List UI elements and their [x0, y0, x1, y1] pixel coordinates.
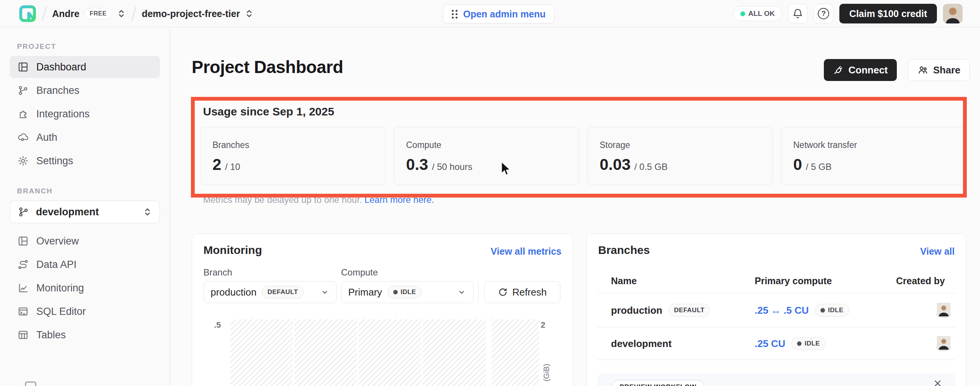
- branch-select-value: production: [211, 287, 256, 298]
- breadcrumb-separator: [131, 6, 137, 21]
- usage-card-value: 0.3: [406, 156, 428, 174]
- chevron-down-icon: [457, 288, 466, 297]
- sidebar-item-label: Overview: [36, 235, 79, 247]
- user-avatar[interactable]: [943, 4, 963, 24]
- table-row-production[interactable]: production DEFAULT .25 ↔ .5 CU IDLE: [597, 294, 955, 326]
- people-icon: [918, 65, 928, 75]
- help-button[interactable]: [814, 4, 833, 24]
- gear-icon: [18, 155, 29, 166]
- status-ok-dot: [740, 11, 745, 16]
- sidebar-item-auth[interactable]: Auth: [10, 126, 160, 148]
- right-axis-max: 2: [541, 320, 545, 330]
- branch-selector[interactable]: development: [10, 201, 160, 223]
- status-pill[interactable]: ALL OK: [733, 6, 782, 21]
- table-divider: [597, 327, 955, 327]
- branch-name: production: [611, 305, 662, 316]
- branches-title: Branches: [598, 244, 650, 257]
- sidebar-item-settings[interactable]: Settings: [10, 150, 160, 172]
- overview-icon: [18, 235, 29, 247]
- sidebar-item-partial-icon: [25, 381, 36, 386]
- sidebar-item-sql-editor[interactable]: SQL Editor: [10, 300, 160, 322]
- compute-size-link[interactable]: .25 ↔ .5 CU: [755, 305, 809, 316]
- sidebar-item-monitoring[interactable]: Monitoring: [10, 277, 160, 299]
- toolbar-divider: [478, 281, 479, 303]
- sidebar-item-integrations[interactable]: Integrations: [10, 103, 160, 125]
- branch-select[interactable]: production DEFAULT: [204, 281, 337, 303]
- view-all-metrics-link[interactable]: View all metrics: [491, 246, 562, 257]
- monitoring-panel: Monitoring View all metrics Branch Compu…: [192, 233, 573, 386]
- table-row-development[interactable]: development .25 CU IDLE: [597, 328, 955, 359]
- table-divider: [597, 293, 955, 293]
- puzzle-icon: [18, 108, 29, 120]
- sidebar-item-data-api[interactable]: Data API: [10, 254, 160, 276]
- usage-cards: Branches 2/ 10 Compute 0.3/ 50 hours Sto…: [200, 127, 966, 185]
- open-admin-menu-button[interactable]: Open admin menu: [443, 5, 554, 24]
- share-button[interactable]: Share: [908, 59, 970, 81]
- project-section-label: PROJECT: [17, 42, 170, 51]
- usage-card-limit: / 5 GB: [806, 161, 831, 172]
- sidebar-item-dashboard[interactable]: Dashboard: [10, 56, 160, 78]
- sidebar-item-branches[interactable]: Branches: [10, 80, 160, 101]
- notifications-button[interactable]: [788, 4, 808, 24]
- refresh-button[interactable]: Refresh: [484, 281, 560, 303]
- table-divider: [597, 359, 955, 360]
- compute-select[interactable]: Primary IDLE: [341, 281, 473, 303]
- connect-button[interactable]: Connect: [824, 59, 897, 81]
- project-switcher[interactable]: demo-project-free-tier: [142, 8, 254, 19]
- sidebar-item-overview[interactable]: Overview: [10, 230, 160, 252]
- header-actions: ALL OK Claim $100 credit: [733, 0, 963, 27]
- compute-select-value: Primary: [348, 287, 382, 298]
- view-all-branches-link[interactable]: View all: [920, 246, 955, 257]
- claim-credit-button[interactable]: Claim $100 credit: [839, 4, 937, 24]
- usage-card-value: 0.03: [600, 156, 631, 174]
- auth-cloud-key-icon: [18, 132, 29, 143]
- open-admin-menu-label: Open admin menu: [463, 9, 546, 20]
- branch-section-label: BRANCH: [17, 187, 170, 195]
- creator-avatar: [937, 311, 951, 318]
- table-icon: [18, 329, 29, 341]
- chart-no-data-hatch: [230, 319, 486, 386]
- breadcrumb: Andre FREE demo-project-free-tier: [19, 0, 254, 27]
- compute-size-link[interactable]: .25 CU: [755, 338, 785, 350]
- sidebar-item-label: Tables: [36, 329, 66, 341]
- sidebar-item-label: Settings: [36, 155, 73, 167]
- chart-icon: [18, 282, 29, 293]
- org-switcher[interactable]: Andre FREE: [52, 8, 126, 19]
- close-icon[interactable]: [933, 378, 943, 386]
- monitoring-title: Monitoring: [204, 244, 262, 257]
- usage-card-limit: / 50 hours: [432, 161, 472, 172]
- column-created-by: Created by: [896, 276, 945, 287]
- question-mark-icon: [818, 8, 829, 19]
- dashboard-icon: [18, 61, 29, 73]
- usage-card-label: Network transfer: [793, 140, 954, 150]
- sidebar-item-label: SQL Editor: [36, 306, 86, 317]
- sidebar-item-label: Integrations: [36, 108, 90, 120]
- sidebar-item-label: Auth: [36, 132, 57, 144]
- branches-panel: Branches View all Name Primary compute C…: [586, 233, 966, 386]
- left-axis-max: .5: [214, 320, 221, 330]
- chevron-down-icon: [320, 288, 329, 297]
- usage-card-label: Branches: [213, 140, 373, 150]
- branch-name: development: [611, 338, 671, 350]
- route-icon: [18, 259, 29, 270]
- right-axis-unit: (GiB): [542, 364, 551, 381]
- chevron-updown-icon: [245, 9, 254, 19]
- learn-more-link[interactable]: Learn more here.: [364, 195, 434, 205]
- git-branch-icon: [18, 85, 29, 96]
- page-title: Project Dashboard: [192, 57, 343, 77]
- branch-selector-value: development: [36, 206, 136, 218]
- neon-logo-icon[interactable]: [19, 5, 36, 22]
- usage-card-limit: / 0.5 GB: [635, 161, 668, 172]
- sidebar-item-label: Monitoring: [36, 282, 84, 294]
- usage-card-value: 2: [213, 156, 221, 174]
- chart-no-data-hatch: [492, 319, 539, 386]
- idle-badge: IDLE: [815, 304, 849, 317]
- breadcrumb-separator: [41, 6, 47, 21]
- sidebar-item-label: Data API: [36, 259, 77, 271]
- sidebar-item-tables[interactable]: Tables: [10, 324, 160, 346]
- chevron-updown-icon: [143, 207, 152, 217]
- idle-dot: [797, 341, 802, 346]
- status-label: ALL OK: [748, 10, 775, 18]
- sidebar: PROJECT Dashboard Branches Integrations …: [0, 27, 170, 386]
- sql-editor-icon: [18, 306, 29, 317]
